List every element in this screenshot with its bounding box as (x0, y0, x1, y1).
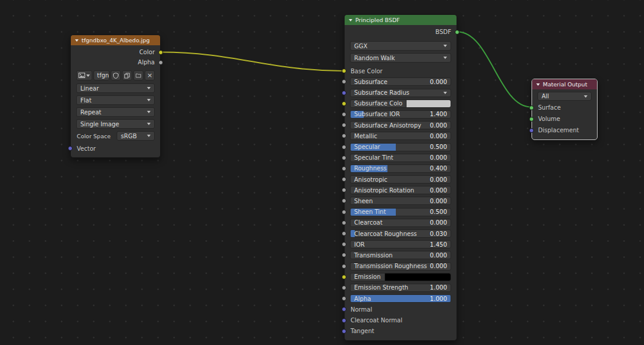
input-label: Clearcoat Normal (350, 317, 402, 324)
slider-label: Subsurface (354, 79, 387, 85)
subsurface-ior-slider-row: Subsurface IOR1.400 (350, 110, 451, 119)
node-editor-canvas[interactable]: tfgndbxo_4K_Albedo.jpg Color Alpha (0, 0, 644, 345)
subsurface-slider[interactable]: Subsurface0.000 (350, 77, 451, 86)
projection-dropdown[interactable]: Flat (76, 95, 155, 105)
slider-value: 0.000 (430, 187, 447, 194)
roughness-slider-socket[interactable] (342, 166, 346, 171)
unlink-image-button[interactable]: × (145, 70, 155, 80)
clearcoat-slider-row: Clearcoat0.000 (350, 219, 451, 227)
image-name-field[interactable]: tfgndbx… (93, 70, 110, 80)
clearcoat-roughness-slider-socket[interactable] (342, 231, 346, 236)
anisotropic-slider-socket[interactable] (342, 177, 346, 182)
subsurface-color-field-socket[interactable] (342, 101, 346, 106)
subsurface-color-field[interactable]: Subsurface Colo (350, 100, 451, 108)
output-label: Alpha (138, 59, 155, 66)
sheen-slider[interactable]: Sheen0.000 (350, 197, 451, 205)
base-color-input-row: Base Color (350, 67, 451, 75)
bsdf-output-socket[interactable] (455, 30, 459, 35)
transmission-roughness-slider[interactable]: Transmission Roughness0.000 (350, 262, 451, 271)
emission-strength-slider-socket[interactable] (342, 285, 346, 290)
output-node-header[interactable]: Material Output (532, 79, 597, 89)
slider-value: 0.000 (430, 133, 447, 139)
subsurface-anisotropy-slider-socket[interactable] (342, 123, 346, 128)
image-texture-node[interactable]: tfgndbxo_4K_Albedo.jpg Color Alpha (70, 35, 161, 158)
vector-input-socket[interactable] (68, 146, 73, 151)
base-color-input-socket[interactable] (342, 69, 346, 73)
collapse-node-icon[interactable] (349, 19, 352, 21)
dropdown-value: Subsurface Radius (354, 89, 409, 96)
output-label: Color (139, 49, 155, 55)
sheen-slider-socket[interactable] (342, 198, 346, 203)
surface-input-socket[interactable] (529, 105, 534, 110)
subsurface-radius-dropdown-socket[interactable] (342, 91, 346, 95)
color-output-socket[interactable] (158, 50, 163, 55)
anisotropic-rotation-slider[interactable]: Anisotropic Rotation0.000 (350, 186, 451, 194)
specular-slider[interactable]: Specular0.500 (350, 143, 451, 151)
ior-slider[interactable]: IOR1.450 (350, 240, 451, 248)
specular-slider-socket[interactable] (342, 145, 346, 150)
emission-strength-slider[interactable]: Emission Strength1.000 (350, 284, 451, 292)
volume-input-socket[interactable] (529, 117, 534, 122)
metallic-slider-socket[interactable] (342, 133, 346, 138)
alpha-slider-socket[interactable] (342, 296, 346, 301)
clearcoat-slider-socket[interactable] (342, 220, 346, 225)
principled-bsdf-node[interactable]: Principled BSDF BSDF GGXRandom WalkBase … (344, 14, 457, 341)
slider-value: 0.000 (430, 252, 447, 259)
slider-label: Subsurface IOR (354, 111, 400, 117)
subsurface-method-dropdown[interactable]: Random Walk (350, 53, 451, 63)
target-dropdown[interactable]: All (537, 92, 592, 101)
transmission-roughness-slider-socket[interactable] (342, 264, 346, 269)
clearcoat-slider[interactable]: Clearcoat0.000 (350, 219, 451, 227)
specular-tint-slider-socket[interactable] (342, 156, 346, 160)
tangent-input-socket[interactable] (342, 329, 346, 334)
color-space-dropdown[interactable]: sRGB (117, 131, 155, 141)
fake-user-button[interactable] (111, 70, 121, 80)
color-swatch[interactable] (384, 273, 451, 281)
collapse-node-icon[interactable] (536, 83, 540, 86)
clearcoat-roughness-slider[interactable]: Clearcoat Roughness0.030 (350, 229, 451, 238)
source-dropdown[interactable]: Single Image (76, 119, 155, 129)
anisotropic-rotation-slider-socket[interactable] (342, 188, 346, 192)
transmission-slider-socket[interactable] (342, 253, 346, 257)
subsurface-radius-dropdown[interactable]: Subsurface Radius (350, 89, 451, 97)
collapse-node-icon[interactable] (75, 39, 79, 42)
color-to-base-color-wire[interactable] (161, 52, 343, 72)
normal-input-socket[interactable] (342, 307, 346, 312)
slider-label: Specular (354, 144, 380, 150)
sheen-tint-slider[interactable]: Sheen Tint0.500 (350, 208, 451, 216)
open-image-button[interactable] (133, 70, 143, 80)
interpolation-dropdown[interactable]: Linear (76, 83, 155, 93)
clearcoat-normal-input-socket[interactable] (342, 318, 346, 323)
copy-icon (124, 73, 130, 79)
subsurface-slider-row: Subsurface0.000 (350, 77, 451, 86)
subsurface-anisotropy-slider[interactable]: Subsurface Anisotropy0.000 (350, 121, 451, 129)
alpha-output-socket[interactable] (158, 60, 163, 65)
ior-slider-socket[interactable] (342, 242, 346, 247)
distribution-dropdown[interactable]: GGX (350, 41, 451, 51)
anisotropic-slider[interactable]: Anisotropic0.000 (350, 175, 451, 184)
slider-label: IOR (354, 241, 365, 248)
color-swatch[interactable] (406, 100, 451, 107)
volume-input-row: Volume (537, 114, 592, 123)
image-browse-dropdown[interactable] (76, 70, 92, 80)
emission-color-field[interactable]: Emission (350, 273, 451, 281)
node-title: tfgndbxo_4K_Albedo.jpg (82, 37, 150, 43)
roughness-slider[interactable]: Roughness0.400 (350, 164, 451, 173)
transmission-slider[interactable]: Transmission0.000 (350, 251, 451, 259)
alpha-slider[interactable]: Alpha1.000 (350, 294, 451, 303)
copy-button[interactable] (122, 70, 132, 80)
subsurface-ior-slider[interactable]: Subsurface IOR1.400 (350, 110, 451, 119)
bsdf-to-surface-wire[interactable] (458, 32, 531, 107)
metallic-slider[interactable]: Metallic0.000 (350, 132, 451, 140)
subsurface-ior-slider-socket[interactable] (342, 112, 346, 117)
extension-dropdown[interactable]: Repeat (76, 107, 155, 117)
subsurface-slider-socket[interactable] (342, 79, 346, 84)
bsdf-node-header[interactable]: Principled BSDF (345, 15, 457, 25)
material-output-node[interactable]: Material Output All Surface Volume Displ… (532, 79, 598, 140)
specular-tint-slider[interactable]: Specular Tint0.000 (350, 154, 451, 162)
image-node-header[interactable]: tfgndbxo_4K_Albedo.jpg (71, 35, 160, 45)
emission-color-field-socket[interactable] (342, 275, 346, 279)
chevron-down-icon (147, 99, 151, 101)
sheen-tint-slider-socket[interactable] (342, 210, 346, 215)
displacement-input-socket[interactable] (529, 128, 534, 133)
